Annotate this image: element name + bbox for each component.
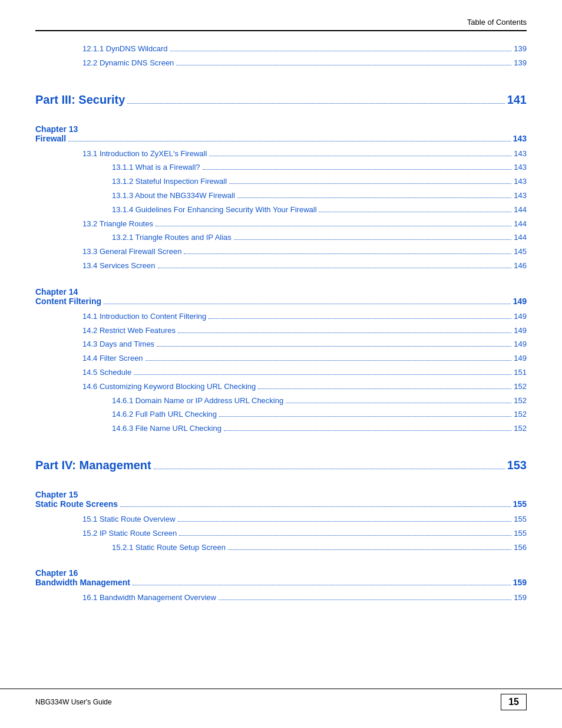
chapter-title-text: Firewall — [35, 134, 66, 143]
chapter-heading-ch15: Chapter 15Static Route Screens155 — [35, 490, 527, 509]
page-num: 146 — [514, 260, 527, 272]
page-num: 152 — [514, 423, 527, 435]
footer: NBG334W User's Guide 15 — [0, 689, 562, 710]
entry-label: 14.6.3 File Name URL Checking — [112, 423, 222, 435]
toc-entry[interactable]: 14.6 Customizing Keyword Blocking URL Ch… — [35, 381, 527, 393]
entry-label: 12.2 Dynamic DNS Screen — [82, 57, 174, 70]
chapter-title[interactable]: Bandwidth Management159 — [35, 578, 527, 587]
toc-entry[interactable]: 13.2.1 Triangle Routes and IP Alias144 — [35, 232, 527, 244]
chapter-heading-ch13: Chapter 13Firewall143 — [35, 124, 527, 143]
chapter-page: 143 — [513, 134, 527, 143]
toc-entry[interactable]: 12.1.1 DynDNS Wildcard139 — [35, 43, 527, 55]
entry-label: 12.1.1 DynDNS Wildcard — [82, 43, 168, 55]
page-num: 139 — [514, 57, 527, 70]
chapter-title[interactable]: Static Route Screens155 — [35, 499, 527, 509]
toc-entry[interactable]: 15.2.1 Static Route Setup Screen156 — [35, 542, 527, 554]
page-num: 155 — [514, 513, 527, 526]
part-title[interactable]: Part III: Security141 — [35, 93, 527, 107]
page-num: 151 — [514, 367, 527, 379]
page-num: 149 — [514, 338, 527, 351]
page-num: 149 — [514, 325, 527, 337]
chapter-title-text: Static Route Screens — [35, 499, 118, 509]
page-num: 155 — [514, 528, 527, 540]
toc-entry[interactable]: 14.6.1 Domain Name or IP Address URL Che… — [35, 395, 527, 407]
toc-entry[interactable]: 15.1 Static Route Overview155 — [35, 513, 527, 526]
toc-entry[interactable]: 14.6.2 Full Path URL Checking152 — [35, 409, 527, 421]
part-page: 153 — [507, 459, 527, 472]
entry-label: 16.1 Bandwidth Management Overview — [82, 592, 216, 604]
entry-label: 14.1 Introduction to Content Filtering — [82, 311, 206, 323]
page-num: 156 — [514, 542, 527, 554]
chapter-label: Chapter 15 — [35, 490, 527, 499]
chapter-title[interactable]: Firewall143 — [35, 134, 527, 143]
entry-label: 14.5 Schedule — [82, 367, 131, 379]
section-entries-ch15: 15.1 Static Route Overview15515.2 IP Sta… — [35, 513, 527, 554]
page-num: 152 — [514, 395, 527, 407]
chapter-label: Chapter 14 — [35, 287, 527, 297]
toc-entry[interactable]: 13.1.1 What is a Firewall?143 — [35, 162, 527, 174]
part-heading-part3: Part III: Security141 — [35, 93, 527, 107]
part-title[interactable]: Part IV: Management153 — [35, 459, 527, 472]
page-num: 144 — [514, 232, 527, 244]
chapter-page: 149 — [513, 297, 527, 306]
page-num: 152 — [514, 381, 527, 393]
toc-entry[interactable]: 14.2 Restrict Web Features149 — [35, 325, 527, 337]
entry-label: 13.1.2 Stateful Inspection Firewall — [112, 176, 227, 188]
section-entries-ch14: 14.1 Introduction to Content Filtering14… — [35, 311, 527, 435]
toc-entry[interactable]: 15.2 IP Static Route Screen155 — [35, 528, 527, 540]
toc-entry[interactable]: 13.1.4 Guidelines For Enhancing Security… — [35, 204, 527, 216]
chapter-title-text: Bandwidth Management — [35, 578, 130, 587]
entry-label: 13.1.4 Guidelines For Enhancing Security… — [112, 204, 317, 216]
footer-page-number: 15 — [501, 694, 527, 710]
page-num: 149 — [514, 311, 527, 323]
page-num: 149 — [514, 353, 527, 365]
chapter-label: Chapter 16 — [35, 568, 527, 578]
entry-label: 15.2 IP Static Route Screen — [82, 528, 177, 540]
chapter-page: 159 — [513, 578, 527, 587]
toc-entry[interactable]: 13.4 Services Screen146 — [35, 260, 527, 272]
toc-entry[interactable]: 13.1.3 About the NBG334W Firewall143 — [35, 190, 527, 202]
chapter-heading-ch14: Chapter 14Content Filtering149 — [35, 287, 527, 306]
page-num: 144 — [514, 218, 527, 230]
toc-entry[interactable]: 14.6.3 File Name URL Checking152 — [35, 423, 527, 435]
entry-label: 14.6.1 Domain Name or IP Address URL Che… — [112, 395, 283, 407]
entry-label: 13.4 Services Screen — [82, 260, 156, 272]
page-num: 143 — [514, 176, 527, 188]
entry-label: 14.3 Days and Times — [82, 338, 154, 351]
header-bar: Table of Contents — [35, 18, 527, 31]
chapter-title[interactable]: Content Filtering149 — [35, 297, 527, 306]
page-num: 152 — [514, 409, 527, 421]
toc-entry[interactable]: 12.2 Dynamic DNS Screen139 — [35, 57, 527, 70]
part-label: Part III: Security — [35, 93, 125, 107]
toc-entry[interactable]: 13.1 Introduction to ZyXEL's Firewall143 — [35, 148, 527, 160]
chapter-heading-ch16: Chapter 16Bandwidth Management159 — [35, 568, 527, 587]
page-container: Table of Contents 12.1.1 DynDNS Wildcard… — [0, 0, 562, 728]
entry-label: 13.2.1 Triangle Routes and IP Alias — [112, 232, 232, 244]
toc-entry[interactable]: 14.4 Filter Screen149 — [35, 353, 527, 365]
chapter-page: 155 — [513, 499, 527, 509]
section-entries-ch13: 13.1 Introduction to ZyXEL's Firewall143… — [35, 148, 527, 272]
entry-label: 14.2 Restrict Web Features — [82, 325, 176, 337]
part-heading-part4: Part IV: Management153 — [35, 459, 527, 472]
toc-entry[interactable]: 13.3 General Firewall Screen145 — [35, 246, 527, 258]
part-page: 141 — [507, 93, 527, 107]
entry-label: 13.1.3 About the NBG334W Firewall — [112, 190, 235, 202]
page-num: 139 — [514, 43, 527, 55]
footer-left-text: NBG334W User's Guide — [35, 698, 112, 706]
page-num: 145 — [514, 246, 527, 258]
toc-entry[interactable]: 14.5 Schedule151 — [35, 367, 527, 379]
toc-entry[interactable]: 13.2 Triangle Routes144 — [35, 218, 527, 230]
toc-content: Part III: Security141Chapter 13Firewall1… — [35, 93, 527, 605]
chapter-title-text: Content Filtering — [35, 297, 101, 306]
toc-entry[interactable]: 14.1 Introduction to Content Filtering14… — [35, 311, 527, 323]
entry-label: 13.2 Triangle Routes — [82, 218, 153, 230]
toc-entry[interactable]: 13.1.2 Stateful Inspection Firewall143 — [35, 176, 527, 188]
chapter-label: Chapter 13 — [35, 124, 527, 134]
entry-label: 15.1 Static Route Overview — [82, 513, 176, 526]
entry-label: 15.2.1 Static Route Setup Screen — [112, 542, 226, 554]
toc-entry[interactable]: 16.1 Bandwidth Management Overview159 — [35, 592, 527, 604]
part-label: Part IV: Management — [35, 459, 151, 472]
page-num: 159 — [514, 592, 527, 604]
toc-entry[interactable]: 14.3 Days and Times149 — [35, 338, 527, 351]
entry-label: 13.1.1 What is a Firewall? — [112, 162, 200, 174]
